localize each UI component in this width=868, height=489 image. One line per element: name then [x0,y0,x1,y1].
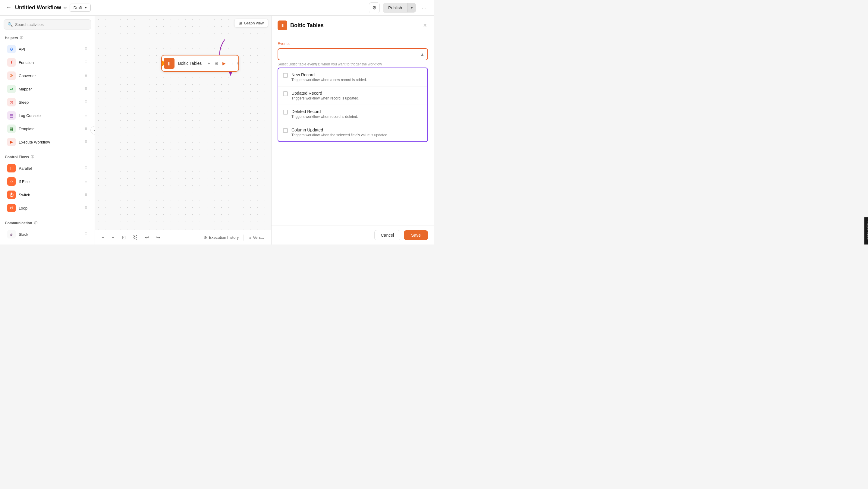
edit-icon[interactable]: ✏ [64,5,67,10]
drag-handle: ⠿ [85,206,87,210]
option-text-updated-record: Updated Record Triggers workflow when re… [291,91,359,100]
option-new-record[interactable]: New Record Triggers workflow when a new … [278,68,427,87]
search-bar[interactable]: 🔍 [4,19,91,30]
converter-icon: ⟳ [7,71,16,80]
gear-button[interactable]: ⚙ [369,2,380,13]
drag-handle: ⠿ [85,60,87,64]
graph-icon: ⊞ [239,21,242,25]
log-icon: ▤ [7,111,16,120]
back-button[interactable]: ← [5,3,13,12]
topbar-right: ⚙ Publish ▾ ⋯ [369,2,429,13]
sidebar-item-template[interactable]: ▦ Template ⠿ [2,122,92,135]
gear-icon: ⚙ [372,5,376,10]
communication-section-header: Communication ⓘ [0,219,95,227]
control-flows-section-header: Control Flows ⓘ [0,153,95,161]
parallel-icon: ⏸ [7,164,16,173]
events-select[interactable] [278,48,428,60]
publish-arrow[interactable]: ▾ [407,3,416,12]
main-layout: 🔍 Helpers ⓘ ⚙ API ⠿ f Function ⠿ ⟳ Conve… [0,16,434,245]
mapper-icon: ⇌ [7,85,16,93]
function-icon: f [7,58,16,67]
zoom-in-button[interactable]: + [110,234,116,242]
panel-header-icon: ||| [278,21,287,30]
panel-close-button[interactable]: × [422,21,428,30]
sidebar-item-parallel[interactable]: ⏸ Parallel ⠿ [2,161,92,175]
topbar: ← Untitled Workflow ✏ Draft ▾ ⚙ Publish … [0,0,434,16]
panel-footer: Cancel Save [272,225,434,245]
workflow-canvas[interactable]: ⊞ Graph view ⚡ ||| Boltic Tables + ⊞ ▶ ⋮ [95,16,271,245]
node-connector-right [237,61,239,65]
workflow-title: Untitled Workflow [15,4,61,11]
slack-icon: # [7,230,16,239]
sidebar-item-sleep[interactable]: ◷ Sleep ⠿ [2,96,92,109]
fit-button[interactable]: ⊡ [120,233,127,242]
drag-handle: ⠿ [85,73,87,78]
more-button[interactable]: ⋯ [419,3,429,12]
publish-main[interactable]: Publish [383,3,407,13]
api-icon: ⚙ [7,45,16,53]
node-expand-button[interactable]: ⊞ [213,60,219,66]
template-icon: ▦ [7,124,16,133]
control-flows-info-icon: ⓘ [31,155,34,159]
drag-handle: ⠿ [85,47,87,51]
zoom-out-button[interactable]: − [100,234,106,242]
option-checkbox-column-updated[interactable] [283,128,288,133]
sidebar-item-function[interactable]: f Function ⠿ [2,56,92,69]
option-updated-record[interactable]: Updated Record Triggers workflow when re… [278,87,427,105]
switch-icon: ⏻ [7,190,16,199]
cancel-button[interactable]: Cancel [374,230,400,240]
sidebar-item-loop[interactable]: ↺ Loop ⠿ [2,202,92,215]
execution-history-button[interactable]: ⊙ Execution history [201,234,241,241]
option-checkbox-updated-record[interactable] [283,91,288,96]
option-deleted-record[interactable]: Deleted Record Triggers workflow when re… [278,105,427,123]
dropdown-hint: Select Boltic table event(s) when you wa… [278,62,428,66]
option-text-new-record: New Record Triggers workflow when a new … [291,72,367,82]
graph-view-button[interactable]: ⊞ Graph view [234,19,268,27]
sidebar-item-api[interactable]: ⚙ API ⠿ [2,42,92,56]
option-column-updated[interactable]: Column Updated Triggers workflow when th… [278,123,427,142]
drag-handle: ⠿ [85,193,87,197]
toolbar-right: ⊙ Execution history ⌂ Vers... [201,234,267,241]
drag-handle: ⠿ [85,232,87,236]
node-more-button[interactable]: ⋮ [229,60,236,66]
boltic-tables-node[interactable]: ⚡ ||| Boltic Tables + ⊞ ▶ ⋮ [161,55,239,72]
node-actions: + ⊞ ▶ ⋮ [204,60,238,66]
events-label: Events [278,41,428,46]
link-button[interactable]: ⛓ [131,234,140,242]
sidebar-item-switch[interactable]: ⏻ Switch ⠿ [2,188,92,202]
sleep-icon: ◷ [7,98,16,106]
draft-button[interactable]: Draft ▾ [70,4,91,12]
sidebar-item-mapper[interactable]: ⇌ Mapper ⠿ [2,82,92,96]
node-icon: ||| [164,58,175,69]
drag-handle: ⠿ [85,127,87,131]
sidebar-item-execute[interactable]: ▶ Execute Workflow ⠿ [2,135,92,149]
option-checkbox-new-record[interactable] [283,73,288,78]
option-text-column-updated: Column Updated Triggers workflow when th… [291,127,388,137]
drag-handle: ⠿ [85,87,87,91]
sidebar-item-slack[interactable]: # Slack ⠿ [2,227,92,241]
svg-marker-0 [229,72,232,76]
search-input[interactable] [15,22,87,27]
communication-info-icon: ⓘ [34,221,37,225]
sidebar-item-ifelse[interactable]: ⟨⟩ If Else ⠿ [2,175,92,188]
node-add-button[interactable]: + [207,60,211,66]
execute-icon: ▶ [7,138,16,146]
save-button[interactable]: Save [404,230,428,240]
ifelse-icon: ⟨⟩ [7,177,16,186]
panel-body: Events ▲ Select Boltic table event(s) wh… [272,35,434,225]
option-checkbox-deleted-record[interactable] [283,110,288,115]
events-dropdown: New Record Triggers workflow when a new … [278,67,428,142]
version-button[interactable]: ⌂ Vers... [246,234,267,241]
redo-button[interactable]: ↪ [154,233,162,242]
toolbar-divider [244,235,244,241]
canvas-toolbar: − + ⊡ ⛓ ↩ ↪ ⊙ Execution history ⌂ Vers..… [95,230,271,245]
sidebar-item-converter[interactable]: ⟳ Converter ⠿ [2,69,92,82]
right-panel: ||| Boltic Tables × Events ▲ Select Bolt… [271,16,434,245]
panel-header: ||| Boltic Tables × [272,16,434,35]
sidebar-item-log[interactable]: ▤ Log Console ⠿ [2,109,92,122]
node-play-button[interactable]: ▶ [221,60,227,66]
publish-button[interactable]: Publish ▾ [383,3,416,13]
sidebar: 🔍 Helpers ⓘ ⚙ API ⠿ f Function ⠿ ⟳ Conve… [0,16,95,245]
helpers-info-icon: ⓘ [20,36,23,40]
undo-button[interactable]: ↩ [143,233,151,242]
